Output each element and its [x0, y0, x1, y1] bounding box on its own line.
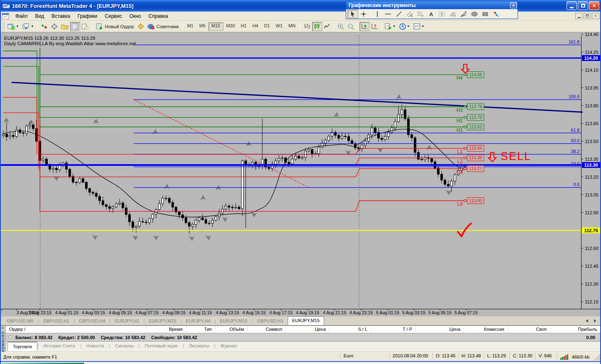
timeframe-W1[interactable]: W1 [273, 22, 286, 31]
timeframe-M30[interactable]: M30 [223, 22, 238, 31]
line-chart-type-button[interactable] [322, 22, 332, 31]
chart-tab-gbpusd-m5[interactable]: GBPUSD,M5 [2, 317, 38, 325]
mdi-close-button[interactable]: × [592, 13, 599, 19]
trendline-tool[interactable] [393, 10, 404, 18]
minimize-button[interactable] [567, 1, 577, 10]
favorites-button[interactable] [59, 22, 70, 31]
orders-column-6[interactable]: S / L [330, 326, 371, 333]
templates-button[interactable]: ▼ [412, 22, 426, 31]
terminal-tab-4[interactable]: Почтовый ящик [140, 342, 183, 350]
chart-tab-eurjpy-m15[interactable]: EURJPY,M15 [216, 317, 252, 325]
orders-column-5[interactable]: Цена [286, 326, 330, 333]
window-title: 16670: ForexHunt MetaTrader 4 - [EURJPY,… [12, 3, 134, 9]
timeframe-D1[interactable]: D1 [261, 22, 273, 31]
graphic-tools-close-icon[interactable]: × [510, 2, 517, 8]
new-chart-button[interactable]: ▼ [6, 22, 21, 31]
cursor-tool[interactable] [347, 10, 358, 18]
timeframe-H4[interactable]: H4 [249, 22, 261, 31]
text-label-tool[interactable]: T [437, 10, 447, 18]
menu-item-Сервис[interactable]: Сервис [101, 12, 126, 20]
chart-tab-gbpusd-h4[interactable]: GBPUSD,H4 [75, 317, 110, 325]
menu-item-Справка[interactable]: Справка [145, 12, 172, 20]
orders-column-4[interactable]: Символ [248, 326, 286, 333]
orders-column-10[interactable]: Своп [508, 326, 550, 333]
fibo-fan-tool[interactable]: F [458, 10, 469, 18]
orders-column-11[interactable]: Прибыль [550, 326, 601, 333]
chart-tab-eurjpy-h1[interactable]: EURJPY,H1 [111, 317, 144, 325]
chart-tab-gbpusd-h1[interactable]: GBPUSD,H1 [253, 317, 288, 325]
chart-area[interactable]: 161.8100.061.850.038.223.60.0114.06H4113… [0, 32, 601, 316]
profiles-button[interactable]: ▼ [21, 22, 36, 31]
chart-tab-eurjpy-m15[interactable]: EURJPY,M15 [145, 317, 181, 325]
orders-column-3[interactable]: Объём [215, 326, 248, 333]
level-name-label: L4 [457, 201, 463, 207]
new-order-button[interactable]: Новый Ордер [94, 22, 136, 31]
chart-tab-eurjpy-m15[interactable]: EURJPY,M15 [288, 316, 324, 325]
market-watch-button[interactable] [70, 22, 80, 31]
auto-scroll-button[interactable] [359, 22, 369, 31]
fibo-level-label: 50.0 [571, 138, 580, 143]
orders-column-2[interactable]: Тип [186, 326, 215, 333]
mdi-minimize-button[interactable] [575, 13, 583, 19]
orders-column-7[interactable]: T / P [371, 326, 416, 333]
arrow-styles-tool[interactable] [491, 10, 501, 18]
scroll-right-button[interactable] [592, 318, 599, 324]
toolbar-grip[interactable] [3, 22, 5, 31]
fibo-channel-tool[interactable]: F [447, 10, 458, 18]
menu-item-Вид[interactable]: Вид [32, 12, 48, 20]
orders-column-8[interactable]: Цена [416, 326, 464, 333]
terminal-close-icon[interactable]: × [2, 326, 4, 330]
crosshair-button[interactable] [49, 22, 59, 31]
chart-shift-button[interactable] [369, 22, 379, 31]
zoom-in-button[interactable] [336, 22, 346, 31]
fibo-level-label: 38.2 [571, 149, 580, 154]
terminal-tab-0[interactable]: Торговля [7, 342, 37, 351]
ellipse-tool[interactable] [469, 10, 480, 18]
strategy-tester-button[interactable] [136, 22, 146, 31]
timeframe-M1[interactable]: M1 [184, 22, 196, 31]
terminal-tab-5[interactable]: Эксперты [184, 342, 214, 350]
rectangle-tool[interactable] [480, 10, 491, 18]
menu-item-Вставка[interactable]: Вставка [48, 12, 74, 20]
menu-item-Графики[interactable]: Графики [74, 12, 101, 20]
orders-column-0[interactable]: Ордер / [6, 326, 147, 333]
terminal-tab-6[interactable]: Журнал [215, 342, 242, 350]
equidistant-channel-tool[interactable]: E [404, 10, 415, 18]
horizontal-line-tool[interactable] [383, 10, 393, 18]
menu-item-Файл[interactable]: Файл [12, 12, 32, 20]
vertical-line-tool[interactable] [372, 10, 383, 18]
periods-button[interactable]: ▼ [398, 22, 412, 31]
data-window-button[interactable] [80, 22, 90, 31]
close-button[interactable]: × [589, 1, 599, 10]
status-bar: Для справки, нажмите F1 Euro2010.08.04 2… [0, 352, 601, 361]
menu-item-Окно[interactable]: Окно [126, 12, 145, 20]
chart-tab-eurjpy-h4[interactable]: EURJPY,H4 [182, 317, 215, 325]
terminal-tab-1[interactable]: История Счета [39, 342, 80, 350]
expert-advisors-button[interactable]: Советники [146, 22, 181, 31]
fibonacci-retracement-tool[interactable]: F [415, 10, 426, 18]
chart-tab-gbpusd-h1[interactable]: GBPUSD,H1 [39, 317, 74, 325]
graphic-tools-titlebar[interactable]: Графические инструменты × [346, 1, 518, 9]
terminal-tab-2[interactable]: Новости [81, 342, 109, 350]
zoom-out-button[interactable] [346, 22, 356, 31]
price-tick-label: 114.40 [585, 32, 599, 37]
orders-column-1[interactable]: Время [147, 326, 186, 333]
maximize-button[interactable] [578, 1, 588, 10]
terminal-tab-3[interactable]: Сигналы [110, 342, 139, 350]
mdi-restore-button[interactable] [584, 13, 591, 19]
timeframe-M15[interactable]: M15 [208, 22, 223, 31]
orders-column-9[interactable]: Комиссия [464, 326, 508, 333]
timeframe-H1[interactable]: H1 [238, 22, 249, 31]
text-tool[interactable]: A [426, 10, 437, 18]
scroll-left-button[interactable] [584, 318, 590, 324]
crosshair-tool[interactable] [358, 10, 369, 18]
symbols-button[interactable] [39, 22, 49, 31]
price-chart[interactable]: 161.8100.061.850.038.223.60.0114.06H4113… [0, 32, 601, 316]
bar-chart-type-button[interactable] [302, 22, 312, 31]
level-end-marker [464, 126, 466, 128]
timeframe-M5[interactable]: M5 [196, 22, 208, 31]
timeframe-MN[interactable]: MN [286, 22, 298, 31]
candlestick-type-button[interactable] [312, 22, 322, 31]
indicators-button[interactable]: ▼ [383, 22, 398, 31]
sell-text[interactable]: SELL [501, 150, 531, 163]
